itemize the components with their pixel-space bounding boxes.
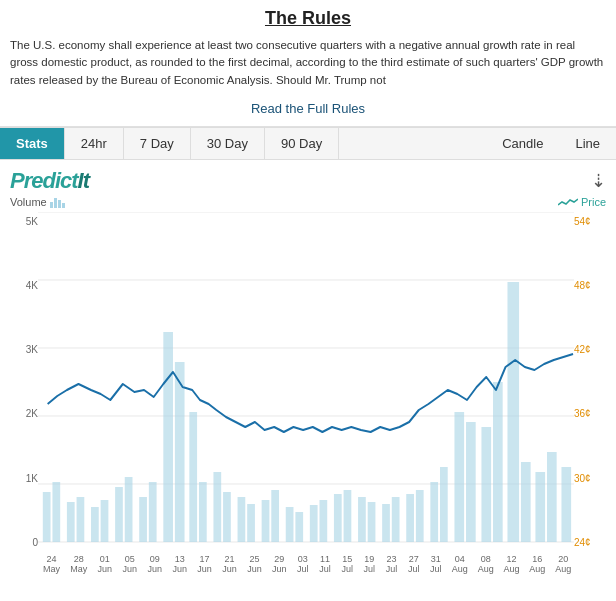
chart-legend-row: Volume Price — [10, 196, 606, 208]
page-title: The Rules — [10, 8, 606, 29]
svg-rect-12 — [115, 487, 123, 542]
tab-candle[interactable]: Candle — [486, 128, 559, 159]
svg-rect-38 — [430, 482, 438, 542]
svg-rect-21 — [223, 492, 231, 542]
tab-30day[interactable]: 30 Day — [191, 128, 265, 159]
svg-rect-39 — [440, 467, 448, 542]
svg-rect-37 — [416, 490, 424, 542]
svg-rect-34 — [382, 504, 390, 542]
svg-rect-33 — [368, 502, 376, 542]
svg-rect-40 — [454, 412, 464, 542]
svg-rect-6 — [43, 492, 51, 542]
svg-rect-44 — [507, 282, 519, 542]
svg-rect-47 — [547, 452, 557, 542]
svg-rect-16 — [163, 332, 173, 542]
svg-rect-23 — [247, 504, 255, 542]
chart-area: PredictIt ⇣ Volume Price — [0, 160, 616, 578]
svg-rect-7 — [52, 482, 60, 542]
chart-top-row: PredictIt ⇣ — [10, 168, 606, 194]
svg-rect-10 — [91, 507, 99, 542]
tab-line[interactable]: Line — [559, 128, 616, 159]
volume-bars — [43, 282, 571, 542]
svg-rect-20 — [213, 472, 221, 542]
svg-rect-13 — [125, 477, 133, 542]
svg-rect-24 — [262, 500, 270, 542]
y-axis-right: 54¢ 48¢ 42¢ 36¢ 30¢ 24¢ — [574, 212, 606, 552]
svg-rect-9 — [77, 497, 85, 542]
svg-rect-11 — [101, 500, 109, 542]
volume-label: Volume — [10, 196, 65, 208]
x-axis-labels: 24 May 28 May 01 Jun 05 Jun 09 Jun 13 Ju… — [10, 554, 606, 574]
svg-rect-36 — [406, 494, 414, 542]
svg-rect-29 — [319, 500, 327, 542]
svg-rect-19 — [199, 482, 207, 542]
svg-rect-42 — [481, 427, 491, 542]
tabs-row: Stats 24hr 7 Day 30 Day 90 Day Candle Li… — [0, 127, 616, 160]
svg-rect-31 — [344, 490, 352, 542]
tab-stats[interactable]: Stats — [0, 128, 65, 159]
svg-rect-45 — [521, 462, 531, 542]
y-axis-left: 5K 4K 3K 2K 1K 0 — [10, 212, 38, 552]
svg-rect-32 — [358, 497, 366, 542]
predictit-logo: PredictIt — [10, 168, 89, 194]
svg-rect-18 — [189, 412, 197, 542]
svg-rect-14 — [139, 497, 147, 542]
svg-rect-48 — [561, 467, 571, 542]
svg-rect-46 — [535, 472, 545, 542]
volume-bars-icon — [50, 196, 65, 208]
svg-rect-35 — [392, 497, 400, 542]
svg-rect-30 — [334, 494, 342, 542]
svg-rect-25 — [271, 490, 279, 542]
download-icon[interactable]: ⇣ — [591, 170, 606, 192]
chart-with-axes: 5K 4K 3K 2K 1K 0 54¢ 48¢ 42¢ 36¢ 30¢ 24¢ — [10, 212, 606, 552]
rules-text: The U.S. economy shall experience at lea… — [10, 37, 606, 89]
svg-rect-15 — [149, 482, 157, 542]
svg-rect-27 — [295, 512, 303, 542]
chart-svg — [38, 212, 574, 552]
read-full-rules-link[interactable]: Read the Full Rules — [10, 97, 606, 120]
svg-rect-17 — [175, 362, 185, 542]
tab-24hr[interactable]: 24hr — [65, 128, 124, 159]
header-section: The Rules The U.S. economy shall experie… — [0, 0, 616, 127]
price-label: Price — [558, 196, 606, 208]
svg-rect-43 — [493, 382, 503, 542]
tab-7day[interactable]: 7 Day — [124, 128, 191, 159]
tab-90day[interactable]: 90 Day — [265, 128, 339, 159]
price-line-icon — [558, 197, 578, 207]
svg-rect-8 — [67, 502, 75, 542]
svg-rect-28 — [310, 505, 318, 542]
svg-rect-22 — [238, 497, 246, 542]
svg-rect-41 — [466, 422, 476, 542]
svg-rect-26 — [286, 507, 294, 542]
